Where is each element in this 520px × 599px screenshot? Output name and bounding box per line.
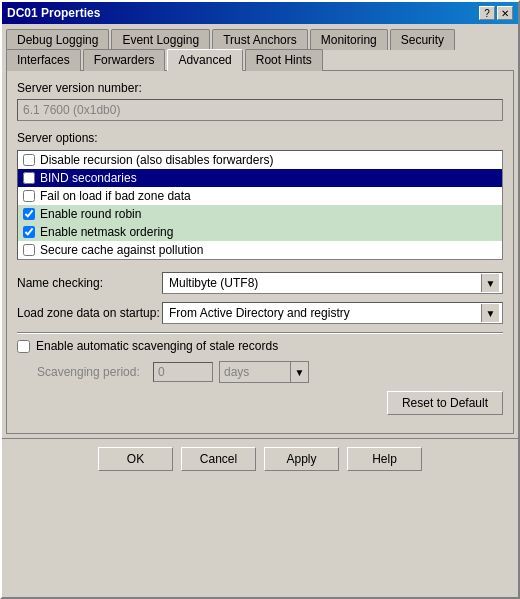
title-bar: DC01 Properties ? ✕ bbox=[2, 2, 518, 24]
auto-scavenging-checkbox[interactable] bbox=[17, 340, 30, 353]
help-button[interactable]: Help bbox=[347, 447, 422, 471]
separator bbox=[17, 332, 503, 333]
load-zone-label: Load zone data on startup: bbox=[17, 306, 162, 320]
tab-debug-logging[interactable]: Debug Logging bbox=[6, 29, 109, 50]
fail-on-load-label: Fail on load if bad zone data bbox=[40, 189, 191, 203]
load-zone-dropdown[interactable]: From Active Directory and registry ▼ bbox=[162, 302, 503, 324]
tab-forwarders[interactable]: Forwarders bbox=[83, 49, 166, 71]
name-checking-dropdown[interactable]: Multibyte (UTF8) ▼ bbox=[162, 272, 503, 294]
scavenging-period-row: Scavenging period: days ▼ bbox=[17, 361, 503, 383]
list-item[interactable]: Enable netmask ordering bbox=[18, 223, 502, 241]
tab-advanced[interactable]: Advanced bbox=[167, 49, 242, 71]
scavenging-period-input bbox=[153, 362, 213, 382]
properties-window: DC01 Properties ? ✕ Debug Logging Event … bbox=[0, 0, 520, 599]
window-title: DC01 Properties bbox=[7, 6, 100, 20]
list-item[interactable]: Disable recursion (also disables forward… bbox=[18, 151, 502, 169]
secure-cache-label: Secure cache against pollution bbox=[40, 243, 203, 257]
tab-root-hints[interactable]: Root Hints bbox=[245, 49, 323, 71]
disable-recursion-checkbox[interactable] bbox=[23, 154, 35, 166]
enable-netmask-label: Enable netmask ordering bbox=[40, 225, 173, 239]
list-item[interactable]: BIND secondaries bbox=[18, 169, 502, 187]
bind-secondaries-checkbox[interactable] bbox=[23, 172, 35, 184]
name-checking-value: Multibyte (UTF8) bbox=[166, 276, 481, 290]
tab-trust-anchors[interactable]: Trust Anchors bbox=[212, 29, 308, 50]
name-checking-dropdown-arrow: ▼ bbox=[481, 274, 499, 292]
server-version-label: Server version number: bbox=[17, 81, 503, 95]
name-checking-label: Name checking: bbox=[17, 276, 162, 290]
reset-button-row: Reset to Default bbox=[17, 391, 503, 415]
server-version-input bbox=[17, 99, 503, 121]
server-options-listbox: Disable recursion (also disables forward… bbox=[17, 150, 503, 260]
secure-cache-checkbox[interactable] bbox=[23, 244, 35, 256]
auto-scavenging-row: Enable automatic scavenging of stale rec… bbox=[17, 339, 503, 353]
reset-default-button[interactable]: Reset to Default bbox=[387, 391, 503, 415]
help-titlebar-button[interactable]: ? bbox=[479, 6, 495, 20]
disable-recursion-label: Disable recursion (also disables forward… bbox=[40, 153, 273, 167]
title-bar-buttons: ? ✕ bbox=[479, 6, 513, 20]
auto-scavenging-label: Enable automatic scavenging of stale rec… bbox=[36, 339, 278, 353]
scavenging-unit-arrow: ▼ bbox=[290, 362, 308, 382]
bind-secondaries-label: BIND secondaries bbox=[40, 171, 137, 185]
ok-button[interactable]: OK bbox=[98, 447, 173, 471]
load-zone-value: From Active Directory and registry bbox=[166, 306, 481, 320]
tab-event-logging[interactable]: Event Logging bbox=[111, 29, 210, 50]
list-item[interactable]: Enable round robin bbox=[18, 205, 502, 223]
tab-monitoring[interactable]: Monitoring bbox=[310, 29, 388, 50]
enable-round-robin-label: Enable round robin bbox=[40, 207, 141, 221]
bottom-bar: OK Cancel Apply Help bbox=[2, 438, 518, 479]
server-options-label: Server options: bbox=[17, 131, 503, 145]
scavenging-unit-dropdown: days ▼ bbox=[219, 361, 309, 383]
scavenging-period-label: Scavenging period: bbox=[37, 365, 147, 379]
load-zone-dropdown-arrow: ▼ bbox=[481, 304, 499, 322]
list-item[interactable]: Secure cache against pollution bbox=[18, 241, 502, 259]
fail-on-load-checkbox[interactable] bbox=[23, 190, 35, 202]
name-checking-row: Name checking: Multibyte (UTF8) ▼ bbox=[17, 272, 503, 294]
content-area: Server version number: Server options: D… bbox=[6, 70, 514, 434]
tab-security[interactable]: Security bbox=[390, 29, 455, 50]
tab-row-1: Debug Logging Event Logging Trust Anchor… bbox=[2, 24, 518, 49]
load-zone-row: Load zone data on startup: From Active D… bbox=[17, 302, 503, 324]
close-titlebar-button[interactable]: ✕ bbox=[497, 6, 513, 20]
enable-round-robin-checkbox[interactable] bbox=[23, 208, 35, 220]
tab-row-2: Interfaces Forwarders Advanced Root Hint… bbox=[2, 48, 518, 70]
scavenging-unit-value: days bbox=[220, 365, 253, 379]
list-item[interactable]: Fail on load if bad zone data bbox=[18, 187, 502, 205]
enable-netmask-checkbox[interactable] bbox=[23, 226, 35, 238]
apply-button[interactable]: Apply bbox=[264, 447, 339, 471]
tab-interfaces[interactable]: Interfaces bbox=[6, 49, 81, 71]
cancel-button[interactable]: Cancel bbox=[181, 447, 256, 471]
